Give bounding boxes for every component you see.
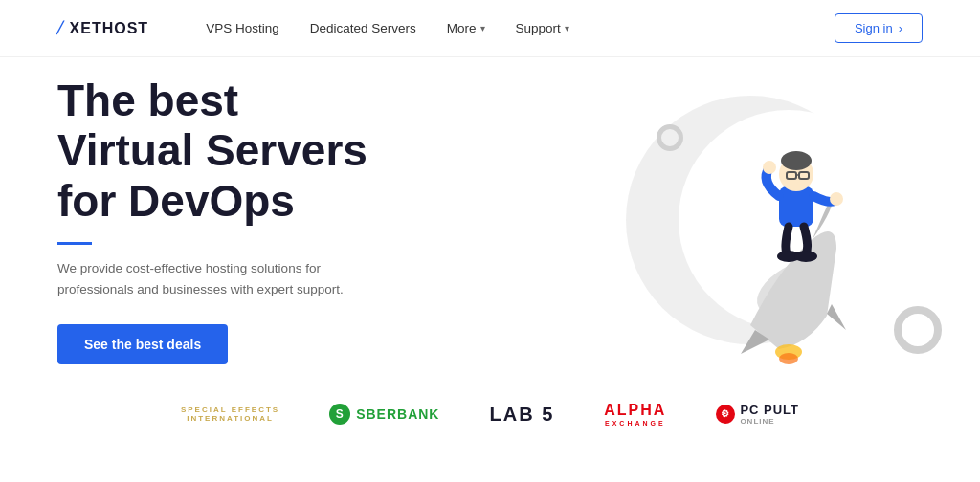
nav-vps-hosting[interactable]: VPS Hosting — [206, 21, 279, 35]
logo-sberbank: S SBERBANK — [329, 404, 439, 425]
hero-underline-decoration — [57, 242, 92, 245]
nav-dedicated-servers[interactable]: Dedicated Servers — [310, 21, 416, 35]
chevron-down-icon: ▾ — [565, 23, 569, 33]
logo[interactable]: / XETHOST — [57, 17, 148, 39]
nav-more[interactable]: More ▾ — [447, 21, 485, 35]
logo-special-effects: SPECIAL EFFECTS INTERNATIONAL — [181, 405, 279, 424]
partners-logos-bar: SPECIAL EFFECTS INTERNATIONAL S SBERBANK… — [0, 383, 980, 446]
rocket-character-illustration — [645, 96, 913, 373]
svg-point-2 — [779, 353, 798, 364]
logo-lab5: LAB 5 — [489, 403, 554, 426]
hero-title: The best Virtual Servers for DevOps — [57, 76, 517, 228]
nav-support[interactable]: Support ▾ — [516, 21, 569, 35]
chevron-down-icon: ▾ — [480, 23, 485, 33]
signin-button[interactable]: Sign in › — [835, 13, 923, 43]
hero-content: The best Virtual Servers for DevOps We p… — [57, 76, 517, 365]
hero-subtitle: We provide cost-effective hosting soluti… — [57, 258, 364, 299]
svg-rect-3 — [779, 186, 813, 227]
svg-point-10 — [830, 192, 843, 206]
navbar: / XETHOST VPS Hosting Dedicated Servers … — [0, 0, 980, 57]
sberbank-icon: S — [329, 404, 350, 425]
svg-point-5 — [781, 151, 812, 170]
nav-links: VPS Hosting Dedicated Servers More ▾ Sup… — [206, 21, 835, 35]
pcpult-text: PC PULT online — [740, 403, 799, 427]
logo-text: XETHOST — [70, 20, 149, 37]
small-planet-icon — [894, 306, 942, 354]
hero-illustration — [549, 67, 951, 373]
arrow-icon: › — [899, 21, 902, 35]
logo-pcpult: ⚙ PC PULT online — [716, 403, 799, 427]
hero-cta-button[interactable]: See the best deals — [57, 324, 228, 364]
svg-point-12 — [794, 251, 817, 262]
pcpult-icon: ⚙ — [716, 405, 735, 424]
hero-section: The best Virtual Servers for DevOps We p… — [0, 57, 980, 383]
logo-alpha: ALPHA EXCHANGE — [604, 401, 666, 428]
logo-slash-icon: / — [55, 17, 67, 39]
svg-point-9 — [763, 161, 776, 174]
